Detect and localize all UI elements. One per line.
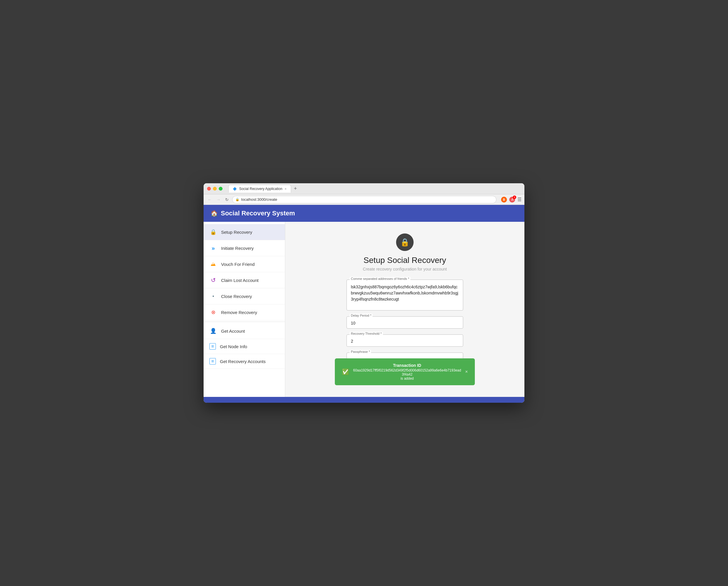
get-recovery-accounts-icon: ≡ — [209, 358, 216, 365]
toast-suffix: is added — [400, 376, 414, 381]
address-text: localhost:3000/create — [241, 197, 493, 202]
vouch-for-friend-icon: ⛰ — [209, 260, 217, 268]
active-tab[interactable]: 🔷 Social Recovery Application × — [228, 185, 291, 193]
tab-bar: 🔷 Social Recovery Application × + — [228, 185, 299, 193]
initiate-recovery-icon: » — [209, 244, 217, 252]
alert-badge-count: 1 — [513, 196, 516, 199]
toast-check-icon: ✅ — [342, 368, 349, 375]
sidebar-item-claim-lost-account[interactable]: ↺ Claim Lost Account — [204, 272, 285, 288]
brave-icon: B — [501, 197, 507, 202]
sidebar-label-claim-lost-account: Claim Lost Account — [221, 278, 258, 283]
toast-notification: ✅ Transaction ID 60aa1929d17ff5f0219d562… — [335, 358, 475, 385]
friends-input[interactable] — [347, 280, 463, 309]
setup-recovery-icon: 🔒 — [209, 228, 217, 236]
claim-lost-account-icon: ↺ — [209, 276, 217, 284]
menu-button[interactable]: ☰ — [517, 197, 521, 202]
toast-title: Transaction ID — [353, 363, 462, 368]
home-icon: 🏠 — [211, 210, 218, 217]
traffic-lights — [207, 187, 223, 191]
sidebar-item-setup-recovery[interactable]: 🔒 Setup Recovery — [204, 224, 285, 240]
sidebar-item-initiate-recovery[interactable]: » Initiate Recovery — [204, 240, 285, 256]
sidebar-item-vouch-for-friend[interactable]: ⛰ Vouch For Friend — [204, 256, 285, 272]
delay-field-group: Delay Period * — [346, 316, 463, 328]
setup-icon-circle: 🔒 — [396, 234, 414, 251]
new-tab-button[interactable]: + — [292, 186, 299, 192]
sidebar-label-setup-recovery: Setup Recovery — [221, 230, 252, 235]
sidebar-label-initiate-recovery: Initiate Recovery — [221, 246, 254, 251]
app-footer — [204, 397, 524, 403]
sidebar-label-get-account: Get Account — [221, 328, 245, 334]
sidebar-label-close-recovery: Close Recovery — [221, 294, 252, 299]
back-button[interactable]: ← — [207, 197, 213, 202]
close-button[interactable] — [207, 187, 211, 191]
address-input[interactable]: 🔒 localhost:3000/create — [232, 196, 496, 203]
sidebar-item-get-node-info[interactable]: ≡ Get Node Info — [204, 339, 285, 354]
toast-close-button[interactable]: × — [465, 369, 468, 374]
sidebar: 🔒 Setup Recovery » Initiate Recovery ⛰ V… — [204, 222, 285, 397]
title-bar: 🔷 Social Recovery Application × + — [204, 183, 524, 194]
setup-lock-icon: 🔒 — [400, 238, 410, 247]
sidebar-item-remove-recovery[interactable]: ⊗ Remove Recovery — [204, 304, 285, 320]
threshold-input[interactable] — [347, 335, 463, 346]
close-recovery-icon: ▪ — [209, 292, 217, 300]
browser-window: 🔷 Social Recovery Application × + ← → ↻ … — [204, 183, 524, 403]
get-node-info-icon: ≡ — [209, 343, 216, 350]
threshold-field-label: Recovery Threshold * — [350, 332, 383, 335]
reload-button[interactable]: ↻ — [224, 197, 230, 202]
friends-field-group: Comme separated addresses of friends * — [346, 279, 463, 311]
sidebar-label-vouch-for-friend: Vouch For Friend — [221, 262, 255, 267]
maximize-button[interactable] — [219, 187, 223, 191]
sidebar-label-get-recovery-accounts: Get Recovery Accounts — [220, 359, 266, 364]
remove-recovery-icon: ⊗ — [209, 309, 217, 316]
app-title: Social Recovery System — [221, 210, 295, 217]
delay-field-label: Delay Period * — [350, 314, 372, 317]
app-body: 🔒 Setup Recovery » Initiate Recovery ⛰ V… — [204, 222, 524, 397]
tab-title: Social Recovery Application — [239, 187, 282, 191]
threshold-field-group: Recovery Threshold * — [346, 335, 463, 347]
toast-txid: 60aa1929d17ff5f0219d562d349f2f5d006d6015… — [353, 368, 462, 381]
forward-button[interactable]: → — [215, 197, 222, 202]
browser-actions: B ⚠ 1 ☰ — [501, 197, 521, 202]
toast-txid-value: 60aa1929d17ff5f0219d562d349f2f5d006d6015… — [353, 368, 461, 376]
address-bar: ← → ↻ 🔒 localhost:3000/create B ⚠ 1 ☰ — [204, 194, 524, 205]
lock-icon: 🔒 — [235, 198, 239, 201]
alert-icon: ⚠ 1 — [509, 197, 515, 202]
delay-input[interactable] — [347, 317, 463, 328]
get-account-icon: 👤 — [209, 327, 217, 335]
toast-content: Transaction ID 60aa1929d17ff5f0219d562d3… — [353, 363, 462, 381]
tab-favicon: 🔷 — [233, 187, 237, 191]
friends-field-label: Comme separated addresses of friends * — [350, 277, 410, 280]
passphrase-field-label: Passphrase * — [350, 350, 371, 353]
app-header: 🏠 Social Recovery System — [204, 205, 524, 222]
sidebar-item-get-recovery-accounts[interactable]: ≡ Get Recovery Accounts — [204, 354, 285, 369]
sidebar-item-close-recovery[interactable]: ▪ Close Recovery — [204, 288, 285, 304]
sidebar-label-remove-recovery: Remove Recovery — [221, 310, 257, 315]
sidebar-label-get-node-info: Get Node Info — [220, 344, 247, 349]
main-title: Setup Social Recovery — [363, 255, 446, 265]
main-subtitle: Create recovery configuration for your a… — [363, 267, 447, 271]
sidebar-item-get-account[interactable]: 👤 Get Account — [204, 323, 285, 339]
tab-close-button[interactable]: × — [285, 187, 286, 191]
main-content: 🔒 Setup Social Recovery Create recovery … — [285, 222, 524, 397]
minimize-button[interactable] — [213, 187, 217, 191]
